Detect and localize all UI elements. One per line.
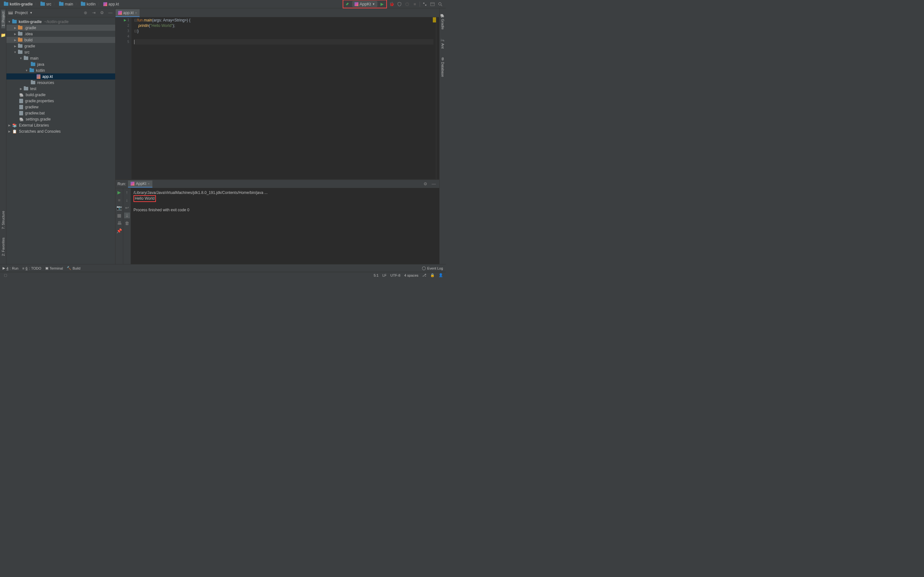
status-indent[interactable]: 4 spaces bbox=[404, 274, 418, 277]
run-gutter-icon[interactable]: ▶ bbox=[124, 18, 126, 22]
editor-content[interactable]: 1▶ 2 3 4 5 ⊟fun main(args: Array<String>… bbox=[115, 17, 439, 179]
gear-icon[interactable]: ⚙ bbox=[99, 10, 105, 16]
status-position[interactable]: 5:1 bbox=[374, 274, 379, 277]
editor-gutter[interactable]: 1▶ 2 3 4 5 bbox=[115, 17, 132, 179]
folder-icon bbox=[40, 2, 45, 6]
close-icon[interactable]: × bbox=[148, 182, 150, 185]
run-button[interactable]: ▶ bbox=[379, 1, 385, 7]
tool-window-database[interactable]: 🛢Database bbox=[441, 55, 445, 79]
gear-icon[interactable]: ⚙ bbox=[423, 181, 428, 187]
status-line-sep[interactable]: LF bbox=[383, 274, 387, 277]
tool-window-gradle[interactable]: 🐘Gradle bbox=[441, 11, 445, 31]
tree-build[interactable]: build bbox=[6, 37, 115, 43]
tree-java[interactable]: java bbox=[6, 61, 115, 67]
tool-windows-icon[interactable]: ▢ bbox=[3, 272, 8, 278]
close-icon[interactable]: × bbox=[135, 11, 137, 15]
up-button[interactable]: ↑ bbox=[124, 189, 130, 195]
breadcrumb-sep: 〉 bbox=[75, 1, 79, 7]
target-icon[interactable]: ⊕ bbox=[82, 10, 88, 16]
profile-button[interactable] bbox=[404, 1, 410, 7]
run-panel-title: Run: bbox=[118, 181, 126, 186]
breadcrumb-file[interactable]: app.kt bbox=[102, 2, 120, 6]
svg-line-6 bbox=[441, 5, 442, 6]
debug-button[interactable]: 🐞 bbox=[389, 1, 395, 7]
tree-gradlew[interactable]: gradlew bbox=[6, 104, 115, 110]
print-button[interactable]: 🖶 bbox=[116, 220, 122, 226]
rerun-button[interactable]: ▶ bbox=[116, 189, 122, 195]
hide-icon[interactable]: — bbox=[431, 181, 437, 187]
tab-terminal[interactable]: ▣ Terminal bbox=[45, 266, 63, 270]
tab-todo[interactable]: ≡ 6: TODO bbox=[22, 266, 41, 270]
tree-resources[interactable]: resources bbox=[6, 79, 115, 85]
tool-window-structure[interactable]: 7: Structure bbox=[1, 209, 5, 231]
editor-tabs: app.kt × bbox=[115, 8, 439, 17]
tree-scratches[interactable]: 📋Scratches and Consoles bbox=[6, 128, 115, 134]
vcs-icon[interactable] bbox=[422, 1, 428, 7]
tree-test[interactable]: test bbox=[6, 85, 115, 92]
tree-gradle-dir[interactable]: .gradle bbox=[6, 25, 115, 31]
run-tab-appkt[interactable]: AppKt × bbox=[128, 181, 152, 187]
down-button[interactable]: ↓ bbox=[124, 197, 130, 203]
project-tree[interactable]: kotlin-gradle~/kotlin-gradle .gradle .id… bbox=[6, 17, 115, 264]
status-inspector-icon[interactable]: 👤 bbox=[439, 273, 443, 277]
editor-tab-appkt[interactable]: app.kt × bbox=[115, 9, 140, 17]
screenshot-button[interactable]: 📷 bbox=[116, 205, 122, 211]
pin-button[interactable]: 📌 bbox=[116, 228, 122, 234]
svg-rect-2 bbox=[425, 5, 426, 6]
editor-scrollbar[interactable] bbox=[436, 17, 439, 179]
kotlin-icon bbox=[103, 2, 107, 6]
tree-gradle[interactable]: gradle bbox=[6, 43, 115, 49]
tree-src[interactable]: src bbox=[6, 49, 115, 55]
tree-gradle-properties[interactable]: gradle.properties bbox=[6, 98, 115, 104]
gradle-icon: 🐘 bbox=[19, 93, 24, 97]
status-git-icon[interactable]: ⎇ bbox=[422, 273, 426, 277]
search-icon[interactable] bbox=[437, 1, 443, 7]
build-hammer-icon[interactable] bbox=[344, 1, 351, 7]
status-encoding[interactable]: UTF-8 bbox=[391, 274, 401, 277]
tree-settings-gradle[interactable]: 🐘settings.gradle bbox=[6, 116, 115, 122]
code-pane[interactable]: ⊟fun main(args: Array<String>) { println… bbox=[132, 17, 436, 179]
tree-root[interactable]: kotlin-gradle~/kotlin-gradle bbox=[6, 19, 115, 25]
breadcrumb-kotlin[interactable]: kotlin bbox=[79, 2, 97, 6]
tree-kotlin[interactable]: kotlin bbox=[6, 67, 115, 73]
breadcrumb-main[interactable]: main bbox=[58, 2, 74, 6]
kotlin-icon bbox=[355, 2, 359, 6]
stop-button[interactable]: ■ bbox=[116, 197, 122, 203]
svg-rect-1 bbox=[423, 3, 425, 4]
trash-button[interactable]: 🗑 bbox=[124, 220, 130, 226]
scroll-marker[interactable] bbox=[433, 17, 436, 23]
scroll-end-button[interactable]: ⤓ bbox=[124, 213, 130, 218]
svg-point-5 bbox=[439, 3, 441, 5]
tree-main[interactable]: main bbox=[6, 55, 115, 61]
wrap-button[interactable]: ↩ bbox=[124, 205, 130, 211]
coverage-button[interactable] bbox=[397, 1, 402, 7]
sidebar-title[interactable]: Project bbox=[15, 10, 27, 15]
hide-icon[interactable]: — bbox=[107, 10, 113, 16]
tool-window-ant[interactable]: 🐜Ant bbox=[441, 36, 445, 51]
output-highlight: Hello World bbox=[134, 195, 156, 202]
run-config-dropdown[interactable]: AppKt ▼ bbox=[352, 1, 377, 7]
layout-button[interactable]: ▦ bbox=[116, 213, 122, 218]
tab-run[interactable]: ▶ 4: Run bbox=[3, 266, 18, 270]
status-lock-icon[interactable]: 🔒 bbox=[430, 273, 435, 277]
layout-icon[interactable] bbox=[430, 1, 435, 7]
tree-idea-dir[interactable]: .idea bbox=[6, 31, 115, 37]
run-output[interactable]: /Library/Java/JavaVirtualMachines/jdk1.8… bbox=[131, 188, 439, 264]
tree-app-kt[interactable]: app.kt bbox=[6, 73, 115, 79]
chevron-down-icon[interactable]: ▼ bbox=[29, 11, 32, 15]
stop-button[interactable]: ■ bbox=[412, 1, 418, 7]
tree-external-libs[interactable]: 📚External Libraries bbox=[6, 122, 115, 128]
folder-icon bbox=[59, 2, 63, 6]
breadcrumb-sep: 〉 bbox=[35, 1, 39, 7]
tree-gradlew-bat[interactable]: gradlew.bat bbox=[6, 110, 115, 116]
collapse-icon[interactable]: ⇥ bbox=[91, 10, 97, 16]
tab-event-log[interactable]: ◯ Event Log bbox=[422, 266, 443, 270]
tool-window-project[interactable]: 1: Project bbox=[1, 10, 5, 28]
tool-window-favorites[interactable]: 2: Favorites bbox=[1, 235, 5, 258]
file-tree-icon[interactable]: 📁 bbox=[1, 33, 6, 37]
breadcrumb-src[interactable]: src bbox=[39, 2, 53, 6]
tree-build-gradle[interactable]: 🐘build.gradle bbox=[6, 92, 115, 98]
tab-build[interactable]: 🔨 Build bbox=[67, 266, 80, 270]
breadcrumb-root[interactable]: kotlin-gradle bbox=[3, 2, 34, 6]
output-line: /Library/Java/JavaVirtualMachines/jdk1.8… bbox=[134, 190, 437, 195]
